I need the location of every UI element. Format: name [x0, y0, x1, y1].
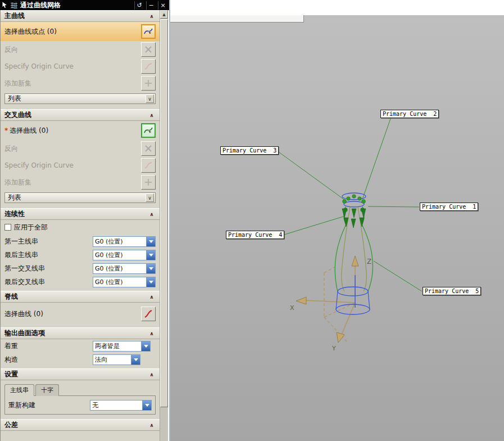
origin-curve-icon: [143, 160, 153, 170]
dropdown-arrow-icon[interactable]: [146, 277, 155, 287]
first-cross-string-label: 第一交叉线串: [4, 264, 45, 273]
first-primary-string-dropdown[interactable]: G0 (位置): [93, 236, 156, 247]
apply-to-all-row[interactable]: 应用于全部: [1, 220, 160, 235]
add-new-set-button[interactable]: [141, 175, 156, 190]
leader-lines: [277, 119, 422, 291]
collapse-icon[interactable]: ∧: [148, 422, 156, 428]
origin-curve-label: Specify Origin Curve: [4, 62, 74, 70]
cross-curves-header[interactable]: 交叉曲线 ∧: [1, 109, 160, 121]
first-primary-string-row: 第一主线串 G0 (位置): [1, 235, 160, 248]
pointer-icon: [2, 2, 8, 8]
construction-dropdown[interactable]: 法向: [93, 354, 140, 365]
z-axis-label: Z: [367, 258, 371, 266]
cross-select-curve-row[interactable]: *选择曲线 (0): [1, 121, 160, 140]
add-set-icon: [143, 78, 153, 88]
select-curve-button[interactable]: [141, 24, 156, 39]
emphasis-row: 着重 两者皆是: [1, 339, 160, 353]
origin-curve-button[interactable]: [141, 59, 156, 74]
scrollbar-thumb[interactable]: [160, 19, 168, 407]
model-scene: Z X Y: [170, 15, 504, 441]
emphasis-dropdown[interactable]: 两者皆是: [93, 341, 151, 352]
required-asterisk: *: [4, 127, 8, 134]
primary-add-set-row: 添加新集: [1, 75, 160, 92]
collapse-icon[interactable]: ∧: [148, 372, 156, 377]
collapse-icon[interactable]: ∧: [148, 14, 156, 19]
last-cross-string-dropdown[interactable]: G0 (位置): [93, 277, 156, 287]
rebuild-row: 重新构建 无: [7, 399, 153, 411]
annotation-primary-curve-5[interactable]: Primary Curve 5: [423, 287, 481, 295]
cross-select-curve-button[interactable]: [141, 123, 156, 138]
cross-list-expander[interactable]: 列表 ∨: [4, 192, 156, 203]
rebuild-dropdown[interactable]: 无: [90, 400, 152, 411]
cross-origin-curve-row: Specify Origin Curve: [1, 157, 160, 174]
reverse-direction-button[interactable]: [141, 141, 156, 156]
first-cross-string-dropdown[interactable]: G0 (位置): [93, 263, 156, 274]
reverse-label: 反向: [4, 144, 18, 154]
collapse-icon[interactable]: ∧: [148, 112, 156, 118]
collapse-icon[interactable]: ∧: [148, 294, 156, 300]
dropdown-arrow-icon[interactable]: [141, 341, 150, 351]
cross-add-set-row: 添加新集: [1, 174, 160, 191]
scroll-up-button[interactable]: ▲: [160, 10, 168, 19]
chevron-down-icon[interactable]: ∨: [146, 94, 154, 103]
dialog-titlebar[interactable]: 通过曲线网格 ↺ − ×: [0, 0, 169, 10]
settings-tabs: 主线串 十字: [1, 384, 160, 395]
dropdown-arrow-icon[interactable]: [146, 264, 155, 273]
collapse-icon[interactable]: ∧: [148, 212, 156, 217]
cross-select-curve-label: *选择曲线 (0): [4, 126, 48, 136]
reverse-icon: [143, 44, 153, 55]
annotation-primary-curve-3[interactable]: Primary Curve 3: [220, 146, 279, 155]
direction-cones: [342, 209, 366, 228]
annotation-primary-curve-1[interactable]: Primary Curve 1: [420, 202, 478, 211]
primary-reverse-row: 反向: [1, 41, 160, 58]
y-axis-label: Y: [332, 345, 336, 352]
x-axis-label: X: [290, 304, 294, 312]
tab-cross[interactable]: 十字: [35, 384, 59, 396]
cross-curves-title: 交叉曲线: [4, 110, 31, 120]
close-button[interactable]: ×: [158, 1, 167, 10]
apply-to-all-label: 应用于全部: [14, 223, 48, 232]
tab-primary-string[interactable]: 主线串: [4, 384, 34, 396]
dialog-body: 主曲线 ∧ 选择曲线或点 (0) 反向: [0, 10, 160, 441]
dropdown-arrow-icon[interactable]: [146, 250, 155, 260]
primary-curves-title: 主曲线: [4, 11, 25, 21]
list-label: 列表: [8, 94, 21, 104]
origin-curve-button[interactable]: [141, 158, 156, 173]
minimize-button[interactable]: −: [146, 1, 156, 10]
reset-button[interactable]: ↺: [134, 1, 144, 10]
cross-reverse-row: 反向: [1, 140, 160, 157]
spine-select-curve-button[interactable]: [141, 307, 156, 321]
3d-viewport[interactable]: Z X Y: [170, 15, 504, 441]
settings-header[interactable]: 设置 ∧: [1, 368, 160, 380]
dropdown-arrow-icon[interactable]: [131, 355, 140, 364]
tolerance-header[interactable]: 公差 ∧: [1, 419, 160, 431]
dialog-scrollbar[interactable]: ▲: [160, 10, 168, 441]
graphics-area: Z X Y: [169, 0, 504, 441]
annotation-primary-curve-2[interactable]: Primary Curve 2: [380, 110, 439, 118]
output-surface-options-title: 输出曲面选项: [4, 328, 45, 338]
primary-origin-curve-row: Specify Origin Curve: [1, 58, 160, 75]
spine-header[interactable]: 脊线 ∧: [1, 291, 160, 303]
dialog-title: 通过曲线网格: [20, 1, 132, 10]
output-surface-options-header[interactable]: 输出曲面选项 ∧: [1, 327, 160, 339]
settings-title: 设置: [4, 370, 18, 379]
reverse-direction-button[interactable]: [141, 42, 156, 57]
add-new-set-button[interactable]: [141, 76, 156, 91]
last-primary-string-dropdown[interactable]: G0 (位置): [93, 250, 156, 260]
chevron-down-icon[interactable]: ∨: [146, 194, 154, 202]
add-new-set-label: 添加新集: [4, 79, 31, 88]
reverse-icon: [143, 143, 153, 154]
annotation-primary-curve-4[interactable]: Primary Curve 4: [226, 231, 284, 239]
first-cross-string-row: 第一交叉线串 G0 (位置): [1, 262, 160, 275]
dropdown-arrow-icon[interactable]: [146, 237, 155, 246]
primary-curves-header[interactable]: 主曲线 ∧: [1, 10, 160, 22]
primary-list-expander[interactable]: 列表 ∨: [4, 93, 156, 104]
spine-select-curve-row[interactable]: 选择曲线 (0): [1, 303, 160, 325]
select-curve-or-point-row[interactable]: 选择曲线或点 (0): [1, 22, 160, 41]
through-curve-mesh-dialog: 通过曲线网格 ↺ − × 主曲线 ∧ 选择曲线或点 (0): [0, 0, 169, 441]
continuity-header[interactable]: 连续性 ∧: [1, 208, 160, 220]
settings-groupbox: 重新构建 无: [4, 395, 156, 415]
collapse-icon[interactable]: ∧: [148, 331, 156, 336]
dropdown-arrow-icon[interactable]: [142, 400, 151, 410]
apply-to-all-checkbox[interactable]: [4, 224, 11, 231]
